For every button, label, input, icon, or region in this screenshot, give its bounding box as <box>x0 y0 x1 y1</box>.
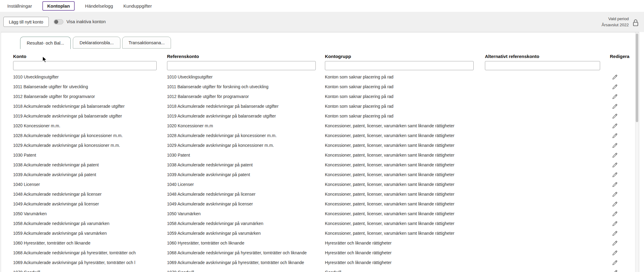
cell-referenskonto: 1039 Ackumulerade avskrivningar på paten… <box>167 172 325 177</box>
period-info: Vald period Årsavslut 2022 <box>602 16 629 28</box>
filter-input-alt-referenskonto[interactable] <box>485 61 600 70</box>
edit-row-button[interactable] <box>612 211 618 217</box>
pencil-icon <box>612 211 618 217</box>
vertical-scrollbar[interactable] <box>635 32 639 272</box>
nav-item-handelselogg[interactable]: Händelselogg <box>85 3 113 9</box>
cell-referenskonto: 1060 Hyresrätter, tomträtter och liknand… <box>167 241 325 245</box>
edit-row-button[interactable] <box>612 250 618 256</box>
nav-item-kunduppgifter[interactable]: Kunduppgifter <box>123 3 152 9</box>
cell-referenskonto: 1010 Utvecklingsutgifter <box>167 74 325 79</box>
table-row: 1029 Ackumulerade avskrivningar på konce… <box>1 140 635 150</box>
cell-referenskonto: 1049 Ackumulerade avskrivningar på licen… <box>167 201 325 206</box>
cell-kontogrupp: Konton som saknar placering på rad <box>325 104 485 109</box>
table-row: 1068 Ackumulerade nedskrivningar på hyre… <box>1 248 635 258</box>
cell-kontogrupp: Koncessioner, patent, licenser, varumärk… <box>325 192 485 197</box>
table-row: 1010 Utvecklingsutgifter 1010 Utveckling… <box>1 72 635 82</box>
toolbar: Lägg till nytt konto Visa inaktiva konto… <box>0 12 644 32</box>
cell-kontogrupp: Koncessioner, patent, licenser, varumärk… <box>325 221 485 226</box>
filter-input-kontogrupp[interactable] <box>325 61 474 70</box>
edit-row-button[interactable] <box>612 162 618 168</box>
cell-konto: 1039 Ackumulerade avskrivningar på paten… <box>13 172 167 177</box>
cell-kontogrupp: Koncessioner, patent, licenser, varumärk… <box>325 162 485 167</box>
cell-referenskonto: 1011 Balanserade utgifter för forskning … <box>167 84 325 89</box>
pencil-icon <box>612 132 618 139</box>
edit-row-button[interactable] <box>612 269 618 272</box>
cell-kontogrupp: Koncessioner, patent, licenser, varumärk… <box>325 153 485 158</box>
cell-kontogrupp: Koncessioner, patent, licenser, varumärk… <box>325 172 485 177</box>
scrollbar-thumb[interactable] <box>636 34 638 122</box>
cell-kontogrupp: Koncessioner, patent, licenser, varumärk… <box>325 143 485 148</box>
cell-konto: 1019 Ackumulerade avskrivningar på balan… <box>13 114 167 118</box>
table-row: 1059 Ackumulerade avskrivningar på varum… <box>1 228 635 238</box>
column-header-redigera: Redigera <box>610 54 629 59</box>
pencil-icon <box>612 181 618 188</box>
table-row: 1038 Ackumulerade nedskrivningar på pate… <box>1 160 635 170</box>
edit-row-button[interactable] <box>612 181 618 188</box>
cell-kontogrupp: Koncessioner, patent, licenser, varumärk… <box>325 201 485 206</box>
tab-deklarationsblanketter[interactable]: Deklarationsbla... <box>73 37 120 49</box>
edit-row-button[interactable] <box>612 84 618 90</box>
cell-kontogrupp: Goodwill <box>325 270 485 272</box>
edit-row-button[interactable] <box>612 132 618 139</box>
cell-referenskonto: 1028 Ackumulerade nedskrivningar på konc… <box>167 133 325 138</box>
cell-konto: 1038 Ackumulerade nedskrivningar på pate… <box>13 162 167 167</box>
edit-row-button[interactable] <box>612 103 618 110</box>
tab-transaktionsanalys[interactable]: Transaktionsana... <box>122 37 171 49</box>
pencil-icon <box>612 84 618 90</box>
filter-input-konto[interactable] <box>13 61 157 70</box>
filter-input-referenskonto[interactable] <box>167 61 316 70</box>
account-rows: 1010 Utvecklingsutgifter 1010 Utveckling… <box>1 72 635 272</box>
cell-kontogrupp: Hyresrätter och liknande rättigheter <box>325 250 485 255</box>
edit-row-button[interactable] <box>612 123 618 129</box>
cell-referenskonto: 1058 Ackumulerade nedskrivningar på varu… <box>167 221 325 226</box>
nav-item-installningar[interactable]: Inställningar <box>7 3 32 9</box>
edit-row-button[interactable] <box>612 230 618 237</box>
cell-konto: 1068 Ackumulerade nedskrivningar på hyre… <box>13 250 167 255</box>
cell-referenskonto: 1019 Ackumulerade avskrivningar på balan… <box>167 114 325 118</box>
edit-row-button[interactable] <box>612 113 618 119</box>
pencil-icon <box>612 240 618 246</box>
column-header-kontogrupp: Kontogrupp <box>325 54 351 59</box>
edit-row-button[interactable] <box>612 191 618 198</box>
pencil-icon <box>612 162 618 168</box>
pencil-icon <box>612 142 618 149</box>
cell-referenskonto: 1030 Patent <box>167 153 325 158</box>
edit-row-button[interactable] <box>612 201 618 207</box>
cell-konto: 1020 Koncessioner m.m. <box>13 123 167 128</box>
cell-konto: 1040 Licenser <box>13 182 167 187</box>
table-row: 1070 Goodwill 1070 Goodwill Goodwill <box>1 267 635 272</box>
table-row: 1030 Patent 1030 Patent Koncessioner, pa… <box>1 150 635 160</box>
edit-row-button[interactable] <box>612 74 618 80</box>
cell-referenskonto: 1020 Koncessioner m.m <box>167 123 325 128</box>
edit-row-button[interactable] <box>612 152 618 158</box>
edit-row-button[interactable] <box>612 93 618 100</box>
edit-row-button[interactable] <box>612 220 618 227</box>
pencil-icon <box>612 113 618 119</box>
cell-kontogrupp: Konton som saknar placering på rad <box>325 114 485 118</box>
cell-kontogrupp: Koncessioner, patent, licenser, varumärk… <box>325 133 485 138</box>
column-header-konto: Konto <box>13 54 26 59</box>
cell-referenskonto: 1059 Ackumulerade avskrivningar på varum… <box>167 231 325 236</box>
inactive-accounts-toggle[interactable] <box>54 19 63 24</box>
pencil-icon <box>612 230 618 237</box>
pencil-icon <box>612 220 618 227</box>
cell-referenskonto: 1040 Licenser <box>167 182 325 187</box>
tab-resultat-och-balans[interactable]: Resultat- och Bal... <box>20 37 71 49</box>
cell-kontogrupp: Hyresrätter och liknande rättigheter <box>325 241 485 245</box>
pencil-icon <box>612 269 618 272</box>
edit-row-button[interactable] <box>612 142 618 149</box>
edit-row-button[interactable] <box>612 172 618 178</box>
add-account-button[interactable]: Lägg till nytt konto <box>3 17 49 27</box>
cell-referenskonto: 1038 Ackumulerade nedskrivningar på pate… <box>167 162 325 167</box>
cell-konto: 1050 Varumärken <box>13 211 167 216</box>
cell-konto: 1070 Goodwill <box>13 270 167 272</box>
cell-konto: 1028 Ackumulerade nedskrivningar på konc… <box>13 133 167 138</box>
nav-item-kontoplan[interactable]: Kontoplan <box>42 1 75 11</box>
cell-kontogrupp: Konton som saknar placering på rad <box>325 94 485 99</box>
period-value: Årsavslut 2022 <box>602 22 629 28</box>
edit-row-button[interactable] <box>612 259 618 266</box>
edit-row-button[interactable] <box>612 240 618 246</box>
cell-konto: 1058 Ackumulerade nedskrivningar på varu… <box>13 221 167 226</box>
pencil-icon <box>612 172 618 178</box>
cell-konto: 1029 Ackumulerade avskrivningar på konce… <box>13 143 167 148</box>
